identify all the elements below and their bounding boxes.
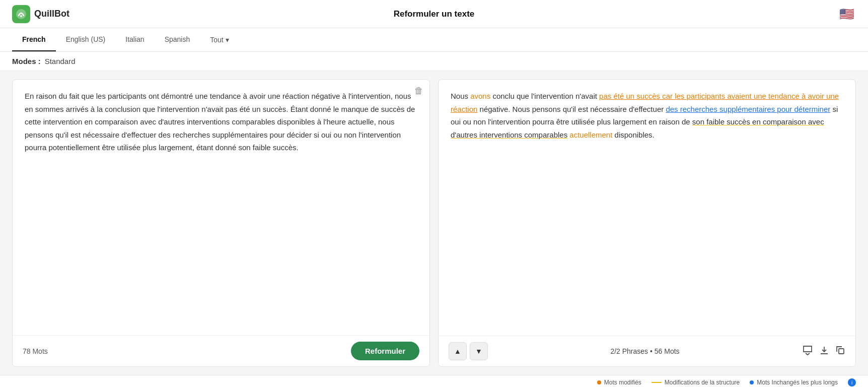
svg-point-1 [20, 15, 22, 17]
next-phrase-button[interactable]: ▼ [470, 342, 488, 360]
modes-value: Standard [45, 57, 76, 66]
blue-dot [750, 380, 754, 384]
svg-point-0 [16, 9, 26, 19]
tab-french[interactable]: French [12, 28, 56, 51]
page-title: Reformuler un texte [394, 9, 475, 19]
legend-bar: Mots modifiés Modifications de la struct… [0, 375, 868, 387]
language-flag[interactable]: 🇺🇸 [838, 5, 856, 23]
output-text: Nous avons conclu que l'intervention n'a… [439, 80, 855, 336]
legend-modifications-structure-label: Modifications de la structure [665, 379, 740, 386]
unchanged-phrase-1: son faible succès en comparaison avec d'… [451, 117, 824, 139]
output-panel: Nous avons conclu que l'intervention n'a… [438, 79, 856, 367]
chevron-up-icon: ▲ [454, 347, 461, 355]
legend-mots-inchanges: Mots Inchangés les plus longs [750, 379, 838, 386]
legend-mots-modifies-label: Mots modifiés [604, 379, 641, 386]
header: QuillBot Reformuler un texte 🇺🇸 [0, 0, 868, 28]
logo-area: QuillBot [12, 5, 69, 23]
copy-icon[interactable] [835, 345, 845, 358]
main-content: En raison du fait que les participants o… [0, 71, 868, 375]
legend-mots-modifies: Mots modifiés [597, 379, 641, 386]
input-body-wrapper: En raison du fait que les participants o… [13, 80, 429, 335]
prev-phrase-button[interactable]: ▲ [449, 342, 467, 360]
input-panel: En raison du fait que les participants o… [12, 79, 430, 367]
navigation-buttons: ▲ ▼ [449, 342, 488, 360]
reformuler-button[interactable]: Reformuler [351, 342, 419, 360]
tab-spanish[interactable]: Spanish [155, 28, 200, 51]
modified-word-actuellement: actuellement [569, 131, 612, 139]
modified-word-avons: avons [470, 92, 490, 100]
legend-modifications-structure: Modifications de la structure [652, 379, 740, 386]
modified-phrase-2: des recherches supplémentaires pour déte… [666, 105, 830, 113]
legend-mots-inchanges-label: Mots Inchangés les plus longs [757, 379, 838, 386]
modes-label: Modes : [12, 57, 41, 66]
quillbot-logo-icon [12, 5, 30, 23]
left-panel-footer: 78 Mots Reformuler [13, 335, 429, 366]
legend-info-icon[interactable]: i [848, 378, 856, 386]
tab-tout[interactable]: Tout ▾ [200, 29, 239, 51]
input-text[interactable]: En raison du fait que les participants o… [13, 80, 429, 335]
output-text-content: Nous avons conclu que l'intervention n'a… [451, 92, 839, 139]
tab-italian[interactable]: Italian [115, 28, 154, 51]
modes-row: Modes : Standard [0, 52, 868, 71]
tab-english[interactable]: English (US) [56, 28, 116, 51]
download-icon[interactable] [819, 345, 829, 358]
orange-dot [597, 380, 601, 384]
yellow-line [652, 382, 662, 383]
delete-icon[interactable]: 🗑 [414, 86, 423, 96]
logo-text: QuillBot [34, 9, 69, 19]
right-panel-footer: ▲ ▼ 2/2 Phrases • 56 Mots [439, 336, 855, 366]
chevron-down-icon: ▼ [475, 347, 482, 355]
chevron-down-icon: ▾ [226, 36, 229, 44]
svg-rect-2 [839, 349, 844, 354]
word-count: 78 Mots [23, 347, 48, 355]
phrase-info: 2/2 Phrases • 56 Mots [610, 347, 679, 355]
language-tabs: French English (US) Italian Spanish Tout… [0, 28, 868, 52]
action-icons [802, 345, 845, 358]
feedback-icon[interactable] [802, 345, 813, 358]
